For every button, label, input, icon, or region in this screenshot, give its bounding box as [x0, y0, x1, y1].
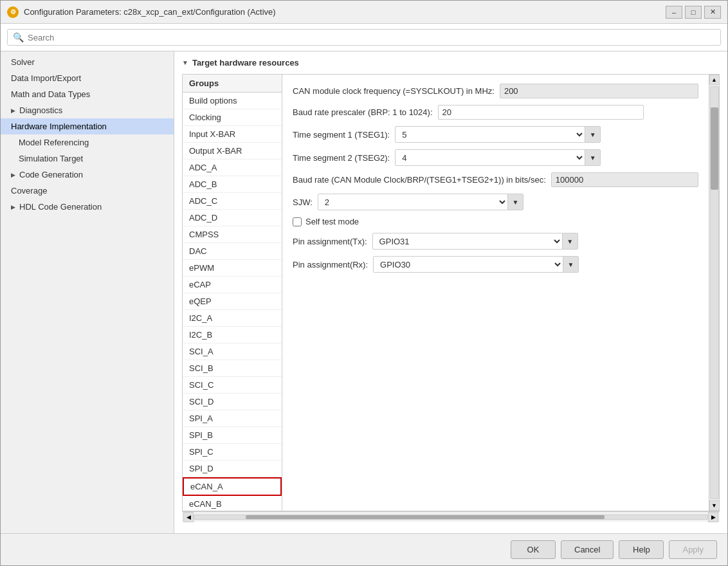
pin-tx-dropdown-btn[interactable]: ▼ [562, 233, 578, 249]
sjw-select-wrap: 2 ▼ [318, 194, 523, 210]
tseg1-label: Time segment 1 (TSEG1): [293, 130, 390, 140]
scrollbar-thumb [711, 107, 718, 190]
group-eqep[interactable]: eQEP [183, 293, 282, 310]
can-clock-label: CAN module clock frequency (=SYSCLKOUT) … [293, 86, 495, 96]
search-icon: 🔍 [13, 32, 24, 42]
groups-panel: Groups Build options Clocking Input X-BA… [183, 75, 282, 511]
section-header-label: Target hardware resources [192, 58, 299, 68]
sjw-label: SJW: [293, 197, 313, 207]
sidebar-item-hdl[interactable]: HDL Code Generation [1, 199, 174, 215]
group-adc-a[interactable]: ADC_A [183, 160, 282, 176]
sjw-select[interactable]: 2 [318, 195, 507, 210]
section-header: Target hardware resources [182, 58, 720, 68]
pin-tx-select-wrap: GPIO31 ▼ [372, 233, 578, 250]
right-panel: Target hardware resources Groups Build o… [174, 51, 727, 533]
sidebar: Solver Data Import/Export Math and Data … [1, 51, 174, 533]
tseg1-select-wrap: 5 ▼ [395, 126, 601, 143]
tseg1-row: Time segment 1 (TSEG1): 5 ▼ [293, 126, 698, 143]
maximize-button[interactable]: □ [685, 6, 702, 19]
pin-rx-select[interactable]: GPIO30 [374, 257, 563, 272]
group-sci-a[interactable]: SCI_A [183, 343, 282, 360]
sidebar-item-simulation[interactable]: Simulation Target [1, 151, 174, 167]
main-content: Solver Data Import/Export Math and Data … [1, 51, 727, 533]
cancel-button[interactable]: Cancel [561, 540, 614, 559]
tseg2-select[interactable]: 4 [396, 151, 585, 165]
group-dac[interactable]: DAC [183, 243, 282, 260]
two-panel-container: Groups Build options Clocking Input X-BA… [182, 74, 720, 511]
right-scrollbar: ▲ ▼ [709, 75, 719, 511]
sidebar-item-coverage[interactable]: Coverage [1, 183, 174, 199]
bottom-bar: OK Cancel Help Apply [1, 533, 727, 565]
baud-rate-input[interactable] [551, 172, 698, 187]
group-adc-c[interactable]: ADC_C [183, 193, 282, 210]
close-button[interactable]: ✕ [704, 6, 721, 19]
sidebar-item-simulation-label: Simulation Target [19, 154, 83, 163]
group-spi-b[interactable]: SPI_B [183, 427, 282, 444]
group-output-xbar[interactable]: Output X-BAR [183, 143, 282, 160]
scroll-down-arrow[interactable]: ▼ [709, 500, 720, 511]
scroll-up-arrow[interactable]: ▲ [709, 75, 720, 85]
group-sci-b[interactable]: SCI_B [183, 360, 282, 377]
sidebar-item-hdl-label: HDL Code Generation [19, 202, 102, 212]
baud-rate-value-wrap [551, 172, 698, 187]
pin-tx-label: Pin assignment(Tx): [293, 237, 367, 246]
window-controls: – □ ✕ [666, 6, 721, 19]
sidebar-item-solver[interactable]: Solver [1, 54, 174, 70]
scroll-left-arrow[interactable]: ◀ [183, 512, 194, 522]
group-cmpss[interactable]: CMPSS [183, 226, 282, 243]
group-adc-b[interactable]: ADC_B [183, 176, 282, 193]
group-adc-d[interactable]: ADC_D [183, 210, 282, 226]
search-input-wrap[interactable]: 🔍 [7, 29, 721, 46]
search-input[interactable] [28, 33, 715, 42]
group-ecap[interactable]: eCAP [183, 277, 282, 293]
titlebar-left: ⚙ Configuration Parameters: c28x_xcp_can… [7, 6, 276, 18]
group-input-xbar[interactable]: Input X-BAR [183, 126, 282, 143]
horizontal-scrollbar: ◀ ▶ [182, 511, 720, 522]
minimize-button[interactable]: – [666, 6, 682, 19]
sjw-dropdown-btn[interactable]: ▼ [507, 194, 523, 210]
sidebar-item-data-import[interactable]: Data Import/Export [1, 70, 174, 86]
help-button[interactable]: Help [619, 540, 664, 559]
sidebar-item-math[interactable]: Math and Data Types [1, 86, 174, 102]
h-scrollbar-thumb [246, 515, 605, 519]
pin-tx-select[interactable]: GPIO31 [373, 234, 562, 249]
sidebar-item-data-import-label: Data Import/Export [11, 73, 81, 83]
group-spi-d[interactable]: SPI_D [183, 461, 282, 477]
scroll-right-arrow[interactable]: ▶ [708, 512, 718, 522]
tseg2-dropdown-btn[interactable]: ▼ [585, 150, 600, 165]
group-clocking[interactable]: Clocking [183, 109, 282, 126]
sidebar-item-model-ref[interactable]: Model Referencing [1, 134, 174, 151]
group-i2c-a[interactable]: I2C_A [183, 310, 282, 327]
panel-inner: Target hardware resources Groups Build o… [174, 51, 727, 533]
group-epwm[interactable]: ePWM [183, 260, 282, 277]
group-sci-c[interactable]: SCI_C [183, 377, 282, 394]
pin-rx-select-wrap: GPIO30 ▼ [373, 256, 579, 273]
search-bar: 🔍 [1, 24, 727, 51]
self-test-label: Self test mode [305, 217, 359, 226]
pin-rx-dropdown-btn[interactable]: ▼ [563, 257, 578, 272]
app-icon: ⚙ [7, 6, 19, 18]
group-spi-a[interactable]: SPI_A [183, 410, 282, 427]
sidebar-item-hardware[interactable]: Hardware Implementation [1, 118, 174, 134]
sidebar-item-solver-label: Solver [11, 57, 35, 67]
apply-button[interactable]: Apply [669, 540, 717, 559]
can-clock-input[interactable] [500, 84, 698, 98]
sidebar-item-code-gen[interactable]: Code Generation [1, 167, 174, 183]
settings-panel: CAN module clock frequency (=SYSCLKOUT) … [282, 75, 709, 511]
group-sci-d[interactable]: SCI_D [183, 394, 282, 410]
self-test-checkbox[interactable] [293, 217, 302, 226]
tseg1-select[interactable]: 5 [396, 127, 585, 142]
group-spi-c[interactable]: SPI_C [183, 444, 282, 461]
groups-label: Groups [183, 75, 282, 93]
tseg2-label: Time segment 2 (TSEG2): [293, 153, 390, 163]
baud-prescaler-input[interactable] [438, 105, 644, 120]
group-can-b[interactable]: eCAN_B [183, 496, 282, 511]
group-can-a[interactable]: eCAN_A [183, 477, 282, 496]
tseg1-dropdown-btn[interactable]: ▼ [585, 127, 600, 142]
sidebar-item-diagnostics[interactable]: Diagnostics [1, 102, 174, 118]
ok-button[interactable]: OK [511, 540, 556, 559]
baud-rate-row: Baud rate (CAN Module Clock/BRP/(TSEG1+T… [293, 172, 698, 187]
baud-prescaler-label: Baud rate prescaler (BRP: 1 to 1024): [293, 107, 433, 117]
group-build-options[interactable]: Build options [183, 93, 282, 109]
group-i2c-b[interactable]: I2C_B [183, 327, 282, 343]
